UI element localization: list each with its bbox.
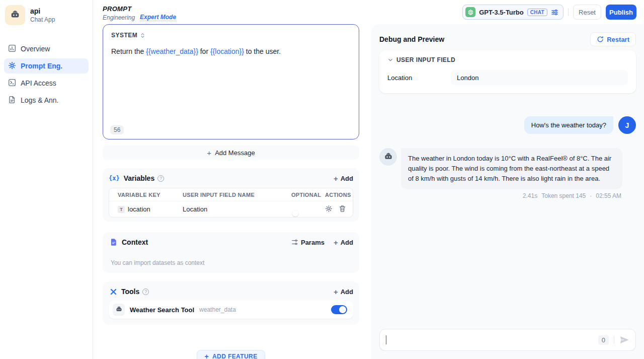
variables-icon: {x} <box>109 175 120 182</box>
variables-table-header: VARIABLE KEY USER INPUT FIELD NAME OPTIO… <box>109 188 353 201</box>
sidebar-item-api-access[interactable]: API Access <box>4 76 89 91</box>
tools-title: Tools <box>121 288 139 296</box>
restart-button[interactable]: Restart <box>590 32 636 46</box>
prompt-text-part: to the user. <box>244 47 281 55</box>
context-section: Context Params +Add You can import datas… <box>103 232 359 273</box>
role-switch-icon[interactable] <box>140 33 145 38</box>
variables-table: VARIABLE KEY USER INPUT FIELD NAME OPTIO… <box>109 188 353 218</box>
col-optional: OPTIONAL <box>291 192 325 198</box>
chat-input-box[interactable]: 0 <box>379 329 636 351</box>
help-icon[interactable]: ? <box>142 289 149 295</box>
assistant-message: The weather in London today is 10°C with… <box>379 148 636 199</box>
debug-title: Debug and Preview <box>379 35 444 43</box>
chat-area: How's the weather today? J The weather i… <box>379 93 636 351</box>
char-counter: 0 <box>598 335 609 345</box>
context-doc-icon <box>110 238 118 246</box>
openai-logo-icon <box>465 7 475 17</box>
user-message-bubble: How's the weather today? <box>524 116 613 134</box>
context-empty-text: You can import datasets as context <box>109 259 353 266</box>
col-actions: ACTIONS <box>325 192 351 198</box>
prompt-variable-token: {{location}} <box>210 47 244 55</box>
prompt-text-part: Return the <box>111 47 146 55</box>
tool-key: weather_data <box>199 306 236 313</box>
add-feature-label: ADD FEATURE <box>212 353 258 359</box>
app-name: api <box>30 7 55 15</box>
model-selector[interactable]: GPT-3.5-Turbo CHAT <box>462 5 564 20</box>
string-type-icon: T <box>118 206 125 213</box>
params-icon <box>291 239 298 246</box>
header-actions: GPT-3.5-Turbo CHAT Reset Publish <box>462 5 636 20</box>
document-icon <box>8 96 16 105</box>
sidebar-item-logs[interactable]: Logs & Ann. <box>4 93 89 108</box>
add-feature-button[interactable]: + ADD FEATURE <box>197 350 265 359</box>
context-title: Context <box>122 238 148 246</box>
chat-message-input[interactable] <box>391 336 593 344</box>
variables-title: Variables <box>124 174 155 182</box>
header-divider <box>568 9 569 16</box>
user-input-field-card: USER INPUT FIELD Location <box>379 50 636 93</box>
sidebar-item-overview[interactable]: Overview <box>4 41 89 56</box>
tools-section: Tools ? +Add Weather Search Tool weather… <box>103 281 359 325</box>
plus-icon: + <box>204 353 209 359</box>
plus-icon: + <box>334 175 338 182</box>
variable-field-name[interactable]: Location <box>183 205 291 213</box>
send-icon[interactable] <box>619 335 629 345</box>
char-count-badge: 56 <box>110 125 124 134</box>
page-title-main: PROMPT <box>103 5 176 13</box>
tool-row: Weather Search Tool weather_data <box>109 301 353 319</box>
gear-icon <box>8 61 16 71</box>
meta-separator: · <box>590 192 592 199</box>
expert-mode-link[interactable]: Expert Mode <box>140 14 176 21</box>
add-variable-button[interactable]: +Add <box>334 175 353 182</box>
token-info: Token spent 145 <box>541 192 586 199</box>
help-icon[interactable]: ? <box>157 175 164 182</box>
col-field-name: USER INPUT FIELD NAME <box>183 192 291 198</box>
reset-button[interactable]: Reset <box>573 5 601 20</box>
chevron-down-icon[interactable] <box>387 57 393 63</box>
terminal-icon <box>8 79 16 88</box>
bar-chart-icon <box>8 44 16 54</box>
location-field[interactable] <box>451 70 628 85</box>
app-avatar <box>5 5 25 25</box>
latency: 2.41s <box>523 192 537 199</box>
robot-icon <box>383 151 393 163</box>
plus-icon: + <box>334 239 338 246</box>
message-meta: 2.41s Token spent 145 · 02:55 AM <box>401 192 622 199</box>
variable-row: T location Location <box>109 201 353 217</box>
delete-icon[interactable] <box>339 205 346 214</box>
timestamp: 02:55 AM <box>596 192 621 199</box>
add-message-label: Add Message <box>215 149 255 157</box>
add-tool-button[interactable]: +Add <box>334 288 353 296</box>
prompt-text-part: for <box>198 47 210 55</box>
sidebar-item-prompt-eng[interactable]: Prompt Eng. <box>4 58 89 74</box>
tool-toggle[interactable] <box>331 305 347 314</box>
editor-role-label: SYSTEM <box>111 32 137 39</box>
system-prompt-editor[interactable]: SYSTEM Return the {{weather_data}} for {… <box>103 24 359 139</box>
input-divider <box>614 336 614 344</box>
add-message-button[interactable]: + Add Message <box>103 146 359 160</box>
sidebar-item-label: API Access <box>21 79 56 87</box>
app-header: api Chat App <box>0 0 93 30</box>
plus-icon: + <box>207 149 211 157</box>
add-context-button[interactable]: +Add <box>334 239 353 246</box>
field-label: Location <box>387 74 451 82</box>
sliders-icon <box>551 9 558 16</box>
col-variable-key: VARIABLE KEY <box>118 192 183 198</box>
tools-icon <box>110 288 117 296</box>
params-button[interactable]: Params <box>291 239 325 246</box>
prompt-text[interactable]: Return the {{weather_data}} for {{locati… <box>111 46 351 57</box>
tool-avatar <box>113 304 125 316</box>
page-title: PROMPT Engineering Expert Mode <box>103 5 176 21</box>
user-avatar: J <box>618 116 636 134</box>
variable-key: location <box>128 205 150 213</box>
prompt-variable-token: {{weather_data}} <box>146 47 198 55</box>
text-caret <box>386 335 386 344</box>
sidebar-item-label: Logs & Ann. <box>21 96 59 104</box>
sidebar-item-label: Overview <box>21 45 50 53</box>
variables-section: {x} Variables ? +Add VARIABLE KEY USER I… <box>103 168 359 222</box>
robot-icon <box>115 305 123 315</box>
publish-button[interactable]: Publish <box>606 5 636 20</box>
sidebar-item-label: Prompt Eng. <box>21 62 62 70</box>
settings-icon[interactable] <box>325 205 333 214</box>
app-type: Chat App <box>30 16 55 23</box>
